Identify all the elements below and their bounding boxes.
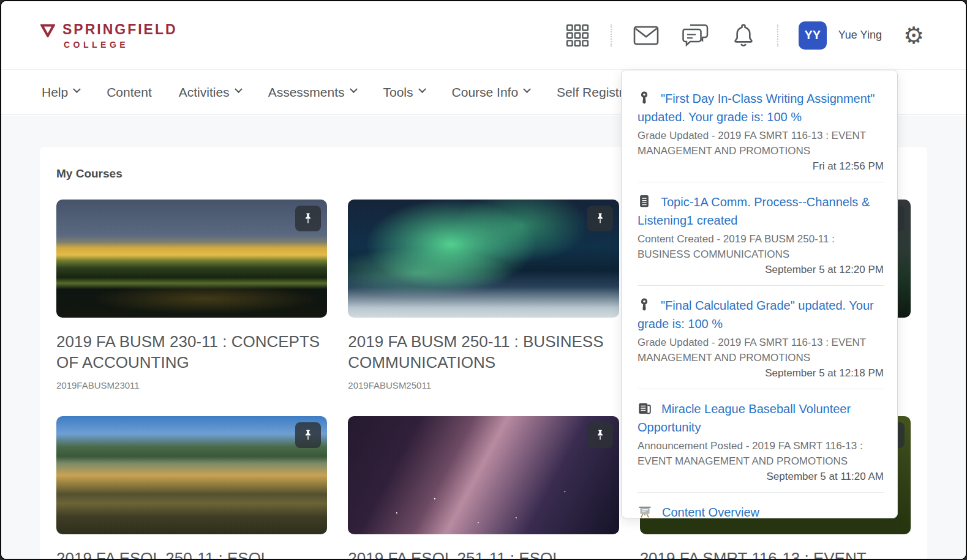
logo-text: SPRINGFIELD COLLEGE: [62, 21, 178, 50]
email-button[interactable]: [632, 24, 660, 47]
bell-icon: [731, 23, 756, 48]
course-code: 2019FABUSM23011: [56, 380, 327, 390]
notification-item: "Final Calculated Grade" updated. Your g…: [638, 286, 884, 389]
nav-label: Help: [42, 85, 68, 100]
dropdown-caret: [752, 70, 766, 77]
document-icon: [638, 194, 651, 209]
notification-link[interactable]: "Final Calculated Grade" updated. Your g…: [638, 299, 874, 330]
user-name: Yue Ying: [838, 29, 882, 42]
notification-subtitle: Announcement Posted - 2019 FA SMRT 116-1…: [638, 438, 884, 469]
notification-time: September 5 at 12:18 PM: [638, 367, 884, 379]
chevron-down-icon: [73, 85, 81, 93]
course-title: 2019 FA BUSM 230-11 : CONCEPTS OF ACCOUN…: [56, 331, 327, 373]
notification-item: Topic-1A Comm. Process--Channels & Liste…: [638, 182, 884, 286]
chat-bubbles-icon: [682, 23, 709, 48]
pin-button[interactable]: [587, 206, 613, 231]
notification-item: "First Day In-Class Writing Assignment" …: [638, 79, 884, 182]
dotted-divider: [611, 24, 612, 47]
chevron-down-icon: [523, 85, 531, 93]
notification-link[interactable]: "First Day In-Class Writing Assignment" …: [638, 92, 875, 124]
user-avatar[interactable]: YY: [799, 21, 827, 50]
chevron-down-icon: [418, 85, 426, 93]
nav-item-help[interactable]: Help: [42, 85, 80, 100]
springfield-college-logo[interactable]: SPRINGFIELD COLLEGE: [40, 21, 178, 50]
nav-label: Course Info: [452, 85, 519, 100]
grades-icon: [638, 297, 651, 312]
pushpin-icon: [593, 428, 607, 442]
nav-label: Activities: [179, 85, 230, 100]
nav-label: Assessments: [268, 85, 345, 100]
chat-button[interactable]: [680, 22, 710, 49]
logo-triangle-icon: [40, 24, 55, 37]
notification-time: September 5 at 11:20 AM: [638, 471, 884, 483]
apps-grid-icon: [566, 24, 589, 47]
nav-item-activities[interactable]: Activities: [179, 85, 241, 100]
course-card[interactable]: 2019 FA ESOL 250-11 : ESOL READING: [56, 416, 327, 560]
course-title: 2019 FA ESOL 250-11 : ESOL READING: [56, 548, 327, 560]
notification-link[interactable]: Miracle League Baseball Volunteer Opport…: [638, 402, 851, 434]
course-card[interactable]: 2019 FA BUSM 230-11 : CONCEPTS OF ACCOUN…: [56, 200, 327, 390]
notification-subtitle: Grade Updated - 2019 FA SMRT 116-13 : EV…: [638, 128, 884, 159]
dotted-divider: [777, 24, 778, 47]
pin-button[interactable]: [295, 206, 321, 231]
avatar-initials: YY: [805, 28, 821, 42]
course-title: 2019 FA BUSM 250-11 : BUSINESS COMMUNICA…: [348, 331, 619, 373]
course-code: 2019FABUSM25011: [348, 380, 619, 390]
notifications-dropdown: "First Day In-Class Writing Assignment" …: [621, 70, 898, 518]
notification-link[interactable]: Content Overview: [662, 506, 759, 518]
logo-line2: COLLEGE: [62, 40, 178, 50]
course-title: 2019 FA SMRT 116-13 : EVENT: [640, 548, 911, 560]
nav-item-tools[interactable]: Tools: [383, 85, 425, 100]
course-image: [348, 416, 619, 534]
course-image: [56, 416, 327, 534]
notification-link[interactable]: Topic-1A Comm. Process--Channels & Liste…: [638, 195, 870, 227]
chevron-down-icon: [350, 85, 358, 93]
notification-subtitle: Content Created - 2019 FA BUSM 250-11 : …: [638, 231, 884, 262]
chevron-down-icon: [235, 85, 243, 93]
mail-icon: [633, 26, 659, 45]
pin-button[interactable]: [295, 422, 321, 448]
grades-icon: [638, 91, 651, 105]
notifications-bell-button[interactable]: [730, 21, 757, 50]
nav-item-content[interactable]: Content: [107, 85, 152, 100]
browser-window: SPRINGFIELD COLLEGE: [0, 0, 967, 560]
pushpin-icon: [301, 212, 315, 225]
pushpin-icon: [301, 428, 315, 442]
gear-icon: ⚙: [903, 24, 924, 47]
announcement-icon: [638, 401, 652, 416]
pin-button[interactable]: [587, 422, 613, 448]
notification-item: Miracle League Baseball Volunteer Opport…: [638, 389, 884, 493]
course-image: [348, 200, 619, 318]
top-header: SPRINGFIELD COLLEGE: [1, 1, 966, 70]
nav-item-course-info[interactable]: Course Info: [452, 85, 530, 100]
nav-label: Tools: [383, 85, 413, 100]
notification-time: Fri at 12:56 PM: [638, 160, 884, 173]
presentation-screen-icon: [638, 505, 652, 518]
nav-label: Content: [107, 85, 152, 100]
course-card[interactable]: 2019 FA ESOL 251-11 : ESOL SPEAKING: [348, 416, 619, 560]
notification-time: September 5 at 12:20 PM: [638, 264, 884, 276]
notification-subtitle: Grade Updated - 2019 FA SMRT 116-13 : EV…: [638, 335, 884, 365]
course-card[interactable]: 2019 FA BUSM 250-11 : BUSINESS COMMUNICA…: [348, 200, 619, 390]
header-icon-cluster: YY Yue Ying ⚙: [565, 21, 925, 50]
course-title: 2019 FA ESOL 251-11 : ESOL SPEAKING: [348, 548, 619, 560]
notification-item: Content Overview Content Overview Update…: [638, 493, 884, 518]
settings-button[interactable]: ⚙: [902, 23, 925, 48]
pushpin-icon: [593, 212, 607, 225]
logo-line1: SPRINGFIELD: [62, 21, 178, 38]
apps-grid-button[interactable]: [565, 23, 590, 48]
course-image: [56, 200, 327, 318]
nav-item-assessments[interactable]: Assessments: [268, 85, 356, 100]
